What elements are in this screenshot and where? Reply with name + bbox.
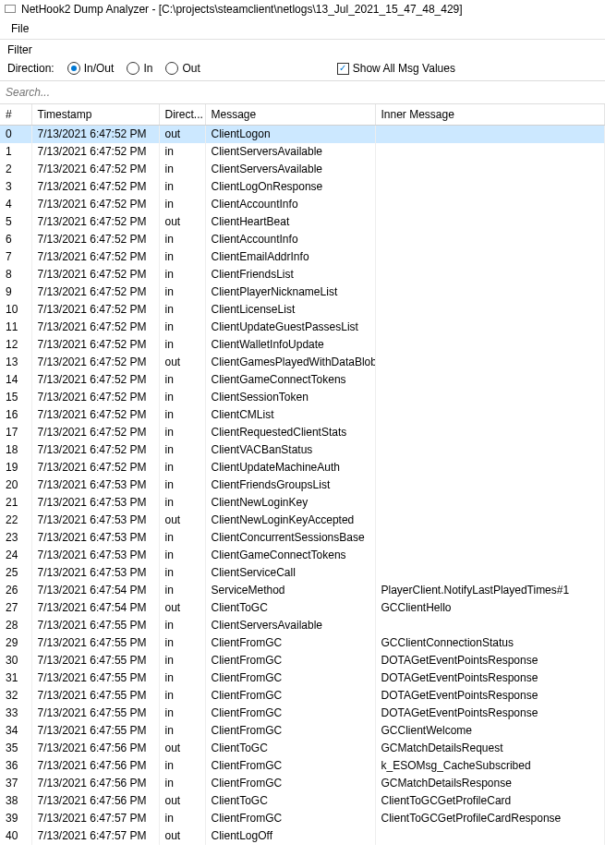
- menu-file[interactable]: File: [7, 20, 32, 37]
- cell-n: 23: [0, 529, 31, 547]
- cell-dir: in: [159, 652, 205, 669]
- cell-msg: ClientVACBanStatus: [205, 441, 375, 459]
- table-wrap[interactable]: # Timestamp Direct... Message Inner Mess…: [0, 104, 605, 862]
- cell-n: 17: [0, 424, 31, 441]
- table-row[interactable]: 327/13/2021 6:47:55 PMinClientFromGCDOTA…: [0, 687, 605, 705]
- col-header-direction[interactable]: Direct...: [159, 104, 205, 126]
- radio-in[interactable]: In: [127, 62, 152, 75]
- table-row[interactable]: 397/13/2021 6:47:57 PMinClientFromGCClie…: [0, 810, 605, 827]
- cell-inner: [375, 248, 605, 266]
- table-row[interactable]: 277/13/2021 6:47:54 PMoutClientToGCGCCli…: [0, 599, 605, 617]
- table-row[interactable]: 237/13/2021 6:47:53 PMinClientConcurrent…: [0, 529, 605, 547]
- filter-panel: Filter Direction: In/Out In Out ✓ Show A…: [0, 40, 605, 80]
- table-row[interactable]: 217/13/2021 6:47:53 PMinClientNewLoginKe…: [0, 494, 605, 512]
- search-input[interactable]: [2, 83, 603, 102]
- table-row[interactable]: 197/13/2021 6:47:52 PMinClientUpdateMach…: [0, 459, 605, 476]
- cell-msg: ClientServersAvailable: [205, 143, 375, 161]
- cell-msg: ClientServiceCall: [205, 564, 375, 582]
- titlebar: NetHook2 Dump Analyzer - [C:\projects\st…: [0, 0, 605, 18]
- cell-ts: 7/13/2021 6:47:54 PM: [31, 582, 159, 599]
- cell-dir: in: [159, 178, 205, 196]
- table-row[interactable]: 37/13/2021 6:47:52 PMinClientLogOnRespon…: [0, 178, 605, 196]
- table-row[interactable]: 337/13/2021 6:47:55 PMinClientFromGCDOTA…: [0, 705, 605, 722]
- col-header-inner[interactable]: Inner Message: [375, 104, 605, 126]
- table-row[interactable]: 17/13/2021 6:47:52 PMinClientServersAvai…: [0, 143, 605, 161]
- cell-dir: in: [159, 248, 205, 266]
- cell-inner: ClientToGCGetProfileCard: [375, 792, 605, 810]
- table-row[interactable]: 77/13/2021 6:47:52 PMinClientEmailAddrIn…: [0, 248, 605, 266]
- table-row[interactable]: 317/13/2021 6:47:55 PMinClientFromGCDOTA…: [0, 669, 605, 687]
- cell-n: 24: [0, 547, 31, 564]
- cell-dir: in: [159, 371, 205, 389]
- table-row[interactable]: 367/13/2021 6:47:56 PMinClientFromGCk_ES…: [0, 757, 605, 775]
- direction-label: Direction:: [7, 62, 54, 75]
- cell-msg: ServiceMethod: [205, 582, 375, 599]
- cell-inner: [375, 301, 605, 319]
- col-header-num[interactable]: #: [0, 104, 31, 126]
- table-row[interactable]: 87/13/2021 6:47:52 PMinClientFriendsList: [0, 266, 605, 283]
- table-row[interactable]: 27/13/2021 6:47:52 PMinClientServersAvai…: [0, 161, 605, 178]
- table-row[interactable]: 377/13/2021 6:47:56 PMinClientFromGCGCMa…: [0, 775, 605, 792]
- cell-ts: 7/13/2021 6:47:52 PM: [31, 161, 159, 178]
- cell-msg: ClientSessionToken: [205, 389, 375, 406]
- direction-group: Direction: In/Out In Out: [7, 62, 200, 75]
- table-row[interactable]: 97/13/2021 6:47:52 PMinClientPlayerNickn…: [0, 283, 605, 301]
- table-row[interactable]: 227/13/2021 6:47:53 PMoutClientNewLoginK…: [0, 512, 605, 529]
- table-row[interactable]: 47/13/2021 6:47:52 PMinClientAccountInfo: [0, 196, 605, 213]
- cell-dir: in: [159, 582, 205, 599]
- cell-ts: 7/13/2021 6:47:56 PM: [31, 792, 159, 810]
- col-header-timestamp[interactable]: Timestamp: [31, 104, 159, 126]
- cell-ts: 7/13/2021 6:47:52 PM: [31, 231, 159, 248]
- table-row[interactable]: 257/13/2021 6:47:53 PMinClientServiceCal…: [0, 564, 605, 582]
- table-row[interactable]: 157/13/2021 6:47:52 PMinClientSessionTok…: [0, 389, 605, 406]
- table-row[interactable]: 267/13/2021 6:47:54 PMinServiceMethodPla…: [0, 582, 605, 599]
- menubar: File: [0, 18, 605, 40]
- cell-dir: out: [159, 512, 205, 529]
- cell-n: 31: [0, 669, 31, 687]
- table-row[interactable]: 57/13/2021 6:47:52 PMoutClientHeartBeat: [0, 213, 605, 231]
- radio-inout-label: In/Out: [84, 62, 115, 75]
- table-row[interactable]: 357/13/2021 6:47:56 PMoutClientToGCGCMat…: [0, 740, 605, 757]
- table-row[interactable]: 207/13/2021 6:47:53 PMinClientFriendsGro…: [0, 476, 605, 494]
- cell-msg: ClientRequestedClientStats: [205, 424, 375, 441]
- cell-msg: ClientHeartBeat: [205, 213, 375, 231]
- cell-dir: in: [159, 494, 205, 512]
- table-row[interactable]: 107/13/2021 6:47:52 PMinClientLicenseLis…: [0, 301, 605, 319]
- cell-ts: 7/13/2021 6:47:54 PM: [31, 599, 159, 617]
- cell-ts: 7/13/2021 6:47:56 PM: [31, 740, 159, 757]
- table-row[interactable]: 187/13/2021 6:47:52 PMinClientVACBanStat…: [0, 441, 605, 459]
- table-row[interactable]: 307/13/2021 6:47:55 PMinClientFromGCDOTA…: [0, 652, 605, 669]
- table-row[interactable]: 347/13/2021 6:47:55 PMinClientFromGCGCCl…: [0, 722, 605, 740]
- table-row[interactable]: 247/13/2021 6:47:53 PMinClientGameConnec…: [0, 547, 605, 564]
- table-row[interactable]: 127/13/2021 6:47:52 PMinClientWalletInfo…: [0, 336, 605, 354]
- col-header-message[interactable]: Message: [205, 104, 375, 126]
- checkbox-show-all-label: Show All Msg Values: [353, 62, 455, 75]
- table-row[interactable]: 407/13/2021 6:47:57 PMoutClientLogOff: [0, 827, 605, 845]
- cell-ts: 7/13/2021 6:47:55 PM: [31, 634, 159, 652]
- radio-out[interactable]: Out: [165, 62, 200, 75]
- cell-n: 12: [0, 336, 31, 354]
- cell-n: 30: [0, 652, 31, 669]
- table-row[interactable]: 167/13/2021 6:47:52 PMinClientCMList: [0, 406, 605, 424]
- table-row[interactable]: 67/13/2021 6:47:52 PMinClientAccountInfo: [0, 231, 605, 248]
- cell-n: 29: [0, 634, 31, 652]
- cell-inner: [375, 178, 605, 196]
- radio-icon: [165, 62, 178, 75]
- table-row[interactable]: 297/13/2021 6:47:55 PMinClientFromGCGCCl…: [0, 634, 605, 652]
- checkbox-show-all[interactable]: ✓ Show All Msg Values: [337, 62, 455, 75]
- cell-msg: ClientWalletInfoUpdate: [205, 336, 375, 354]
- cell-msg: ClientPlayerNicknameList: [205, 283, 375, 301]
- radio-inout[interactable]: In/Out: [67, 62, 115, 75]
- table-row[interactable]: 137/13/2021 6:47:52 PMoutClientGamesPlay…: [0, 354, 605, 371]
- cell-dir: in: [159, 564, 205, 582]
- cell-msg: ClientFromGC: [205, 810, 375, 827]
- table-row[interactable]: 147/13/2021 6:47:52 PMinClientGameConnec…: [0, 371, 605, 389]
- cell-ts: 7/13/2021 6:47:55 PM: [31, 722, 159, 740]
- table-row[interactable]: 07/13/2021 6:47:52 PMoutClientLogon: [0, 126, 605, 143]
- table-row[interactable]: 287/13/2021 6:47:55 PMinClientServersAva…: [0, 617, 605, 634]
- table-row[interactable]: 387/13/2021 6:47:56 PMoutClientToGCClien…: [0, 792, 605, 810]
- table-row[interactable]: 177/13/2021 6:47:52 PMinClientRequestedC…: [0, 424, 605, 441]
- cell-msg: ClientEmailAddrInfo: [205, 248, 375, 266]
- cell-msg: ClientLogon: [205, 126, 375, 143]
- table-row[interactable]: 117/13/2021 6:47:52 PMinClientUpdateGues…: [0, 319, 605, 336]
